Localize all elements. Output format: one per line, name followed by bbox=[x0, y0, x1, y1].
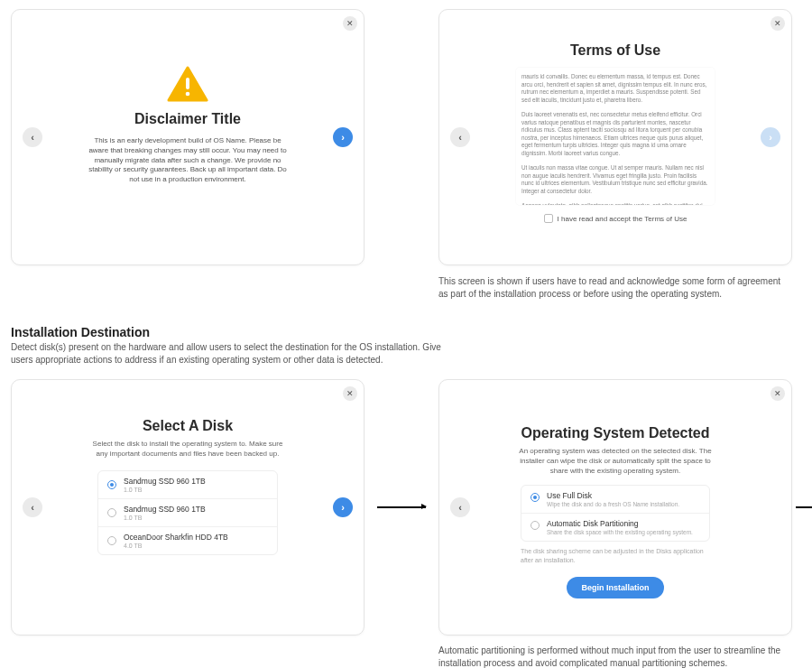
os-detected-subtitle: An operating system was detected on the … bbox=[516, 447, 715, 476]
disclaimer-body: This is an early development build of OS… bbox=[88, 136, 287, 185]
svg-point-1 bbox=[186, 92, 190, 97]
disk-name: Sandmug SSD 960 1TB bbox=[124, 477, 206, 486]
svg-rect-0 bbox=[186, 78, 189, 89]
back-button[interactable]: ‹ bbox=[450, 497, 470, 517]
radio-icon[interactable] bbox=[107, 480, 116, 489]
terms-card: ✕ ‹ › Terms of Use mauris id convallis. … bbox=[438, 9, 792, 265]
back-button[interactable]: ‹ bbox=[450, 127, 470, 147]
disk-list: Sandmug SSD 960 1TB1.0 TBSandmug SSD 960… bbox=[97, 470, 278, 555]
select-disk-card: ✕ ‹ › Select A Disk Select the disk to i… bbox=[11, 379, 364, 636]
terms-para: Aenean vulputate, nibh pellentesque sagi… bbox=[521, 202, 709, 205]
terms-caption: This screen is shown if users have to re… bbox=[438, 275, 792, 301]
terms-para: Duis laoreet venenatis est, nec consecte… bbox=[521, 111, 709, 157]
disk-size: 1.0 TB bbox=[124, 487, 206, 493]
os-detected-caption: Automatic partitioning is performed with… bbox=[438, 645, 792, 668]
select-disk-subtitle: Select the disk to install the operating… bbox=[88, 440, 287, 459]
terms-title: Terms of Use bbox=[570, 42, 660, 59]
radio-icon[interactable] bbox=[531, 493, 540, 502]
flow-arrow-icon bbox=[796, 506, 812, 508]
close-icon[interactable]: ✕ bbox=[770, 386, 785, 401]
option-name: Automatic Disk Partitioning bbox=[547, 519, 693, 528]
accept-terms-checkbox-row[interactable]: I have read and accept the Terms of Use bbox=[544, 214, 687, 223]
terms-para: Ut iaculis non massa vitae congue. Ut at… bbox=[521, 164, 709, 195]
disk-name: OceanDoor Sharkfin HDD 4TB bbox=[124, 533, 228, 542]
disk-name: Sandmug SSD 960 1TB bbox=[124, 505, 206, 514]
back-button[interactable]: ‹ bbox=[23, 127, 42, 147]
disk-option[interactable]: OceanDoor Sharkfin HDD 4TB4.0 TB bbox=[98, 527, 277, 554]
partition-option[interactable]: Automatic Disk PartitioningShare the dis… bbox=[521, 514, 709, 541]
next-button[interactable]: › bbox=[333, 497, 353, 517]
checkbox-icon[interactable] bbox=[544, 214, 553, 223]
close-icon[interactable]: ✕ bbox=[343, 386, 357, 401]
partition-option-list: Use Full DiskWipe the disk and do a fres… bbox=[521, 485, 710, 542]
close-icon[interactable]: ✕ bbox=[770, 16, 785, 31]
next-button[interactable]: › bbox=[333, 127, 353, 147]
back-button[interactable]: ‹ bbox=[23, 497, 42, 517]
flow-arrow-icon bbox=[377, 506, 426, 508]
os-detected-title: Operating System Detected bbox=[521, 425, 710, 441]
os-detected-card: ✕ ‹ Operating System Detected An operati… bbox=[438, 379, 792, 636]
disk-size: 4.0 TB bbox=[124, 543, 228, 549]
disk-size: 1.0 TB bbox=[124, 515, 206, 521]
warning-icon bbox=[167, 66, 208, 102]
option-desc: Share the disk space with the existing o… bbox=[547, 529, 693, 535]
radio-icon[interactable] bbox=[107, 536, 116, 545]
begin-installation-button[interactable]: Begin Installation bbox=[567, 577, 663, 598]
partition-option[interactable]: Use Full DiskWipe the disk and do a fres… bbox=[521, 486, 709, 514]
option-desc: Wipe the disk and do a fresh OS Name ins… bbox=[547, 501, 679, 507]
radio-icon[interactable] bbox=[107, 508, 116, 517]
section-desc: Detect disk(s) present on the hardware a… bbox=[11, 341, 462, 366]
disk-option[interactable]: Sandmug SSD 960 1TB1.0 TB bbox=[98, 471, 277, 499]
option-name: Use Full Disk bbox=[547, 491, 679, 500]
terms-para: mauris id convallis. Donec eu elementum … bbox=[521, 73, 709, 104]
close-icon[interactable]: ✕ bbox=[343, 16, 357, 31]
radio-icon[interactable] bbox=[531, 521, 540, 530]
disk-option[interactable]: Sandmug SSD 960 1TB1.0 TB bbox=[98, 499, 277, 527]
accept-terms-label: I have read and accept the Terms of Use bbox=[558, 215, 687, 223]
terms-text-scroll[interactable]: mauris id convallis. Donec eu elementum … bbox=[516, 68, 715, 205]
partition-hint: The disk sharing scheme can be adjusted … bbox=[521, 547, 710, 564]
select-disk-title: Select A Disk bbox=[143, 418, 233, 434]
next-button-disabled: › bbox=[761, 127, 780, 147]
disclaimer-title: Disclaimer Title bbox=[134, 111, 241, 127]
section-title: Installation Destination bbox=[11, 325, 150, 339]
disclaimer-card: ✕ ‹ › Disclaimer Title This is an early … bbox=[11, 9, 364, 265]
